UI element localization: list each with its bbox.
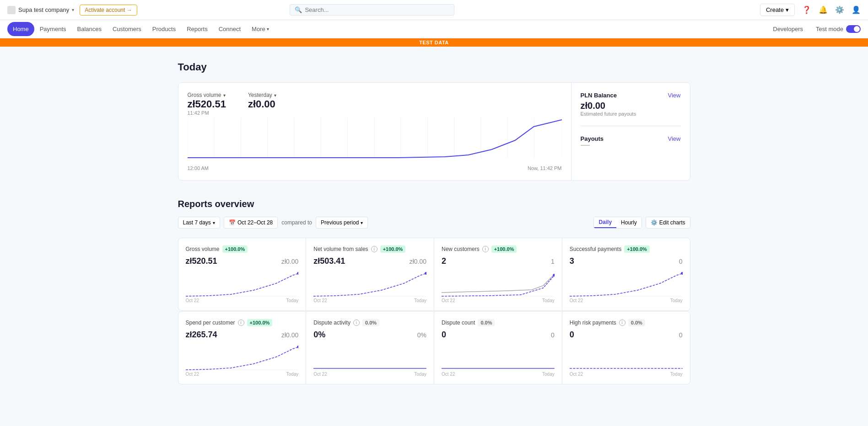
card-header: Dispute count 0.0% [442,319,555,326]
company-icon [7,6,16,14]
period-label: Oct 22–Oct 28 [237,219,273,226]
test-data-banner: TEST DATA [0,38,868,47]
period-button[interactable]: 📅 Oct 22–Oct 28 [224,217,278,229]
card-secondary-value: 0% [417,331,426,339]
pln-view-link[interactable]: View [668,92,681,99]
gross-volume-time: 11:42 PM [188,110,226,116]
info-icon: i [371,246,377,252]
previous-period-button[interactable]: Previous period ▾ [316,217,368,229]
card-title: Gross volume [186,246,220,252]
nav-developers[interactable]: Developers [767,22,809,36]
card-main-value: 3 [570,256,574,266]
card-end-date: Today [286,372,299,377]
notifications-button[interactable]: 🔔 [819,5,828,14]
toggle-switch[interactable] [846,25,861,33]
nav-connect[interactable]: Connect [213,22,246,36]
card-header: Net volume from sales i +100.0% [313,245,426,253]
nav-payments[interactable]: Payments [34,22,72,36]
card-header: High risk payments i 0.0% [570,319,683,326]
chart-start-label: 12:00 AM [188,165,209,171]
metric-card: New customers i +100.0% 2 1 Oct 22 Today [434,238,562,310]
metric-card: Net volume from sales i +100.0% zł503.41… [306,238,434,310]
chevron-down-icon: ▾ [267,27,269,32]
card-end-date: Today [414,298,426,303]
card-title: High risk payments [570,320,616,326]
card-main-value: zł520.51 [186,256,217,266]
card-title: Dispute count [442,320,475,326]
chart-end-label: Now, 11:42 PM [528,165,562,171]
card-chart [313,270,426,297]
edit-charts-button[interactable]: ⚙️ Edit charts [646,217,690,229]
card-title: Dispute activity [313,320,350,326]
nav-more[interactable]: More ▾ [246,22,275,36]
yesterday-label[interactable]: Yesterday ▾ [248,92,276,98]
metrics-grid-row1: Gross volume +100.0% zł520.51 zł0.00 Oct… [178,238,690,311]
card-start-date: Oct 22 [442,298,455,303]
metric-card: Dispute activity i 0.0% 0% 0% Oct 22 Tod… [306,312,434,384]
nav-products[interactable]: Products [147,22,181,36]
nav-balances[interactable]: Balances [72,22,107,36]
nav-home[interactable]: Home [7,22,34,36]
chevron-down-icon: ▾ [274,93,276,98]
card-start-date: Oct 22 [442,372,455,377]
card-dates: Oct 22 Today [186,372,299,377]
company-name-label: Supa test company [18,6,69,13]
date-range-button[interactable]: Last 7 days ▾ [178,217,220,229]
card-end-date: Today [670,298,683,303]
card-main-value: 0% [313,330,325,340]
nav-reports[interactable]: Reports [181,22,213,36]
metric-card: Spend per customer i +100.0% zł265.74 zł… [178,312,306,384]
create-label: Create [766,6,784,13]
card-end-date: Today [414,372,426,377]
search-input[interactable] [305,6,449,13]
card-chart [186,270,299,297]
calendar-icon: 📅 [229,219,236,226]
payouts-label: Payouts [581,135,604,142]
reports-toolbar: Last 7 days ▾ 📅 Oct 22–Oct 28 compared t… [178,217,690,229]
card-chart [186,343,299,371]
payout-divider [581,126,681,126]
payouts-view-link[interactable]: View [668,135,681,142]
account-button[interactable]: 👤 [852,5,861,14]
card-values: zł520.51 zł0.00 [186,256,299,266]
pln-balance-row: PLN Balance View [581,92,681,99]
balance-sidebar: PLN Balance View zł0.00 Estimated future… [571,83,690,180]
gross-volume-label[interactable]: Gross volume ▾ [188,92,226,98]
card-main-value: zł265.74 [186,330,217,340]
daily-button[interactable]: Daily [594,217,616,228]
gear-icon: ⚙️ [651,219,658,226]
card-start-date: Oct 22 [186,372,199,377]
card-dates: Oct 22 Today [442,372,555,377]
payouts-row: Payouts View [581,135,681,142]
hourly-button[interactable]: Hourly [616,217,642,228]
card-secondary-value: zł0.00 [281,331,298,339]
help-button[interactable]: ❓ [802,5,811,14]
reports-title: Reports overview [178,199,690,209]
card-values: 0 0 [442,330,555,340]
daily-hourly-toggle: Daily Hourly [593,217,642,229]
card-secondary-value: 0 [679,331,683,339]
card-main-value: 2 [442,256,446,266]
company-selector[interactable]: Supa test company ▾ [7,6,74,14]
card-start-date: Oct 22 [313,372,327,377]
search-icon: 🔍 [295,6,302,13]
svg-point-16 [297,272,299,275]
card-badge: +100.0% [491,245,517,253]
card-badge: 0.0% [478,319,495,326]
chevron-down-icon: ▾ [223,93,226,98]
search-bar: 🔍 [290,4,454,16]
test-mode-toggle[interactable]: Test mode [816,25,861,33]
svg-point-18 [425,272,426,275]
card-badge: 0.0% [628,319,645,326]
card-dates: Oct 22 Today [313,372,426,377]
nav-customers[interactable]: Customers [107,22,147,36]
activate-account-button[interactable]: Activate account → [80,5,137,16]
create-button[interactable]: Create ▾ [760,4,795,16]
yesterday-section: Yesterday ▾ zł0.00 [248,92,276,116]
card-end-date: Today [542,298,555,303]
edit-charts-label: Edit charts [659,219,685,226]
card-badge: +100.0% [624,245,650,253]
info-icon: i [619,320,625,326]
settings-button[interactable]: ⚙️ [835,5,844,14]
card-title: Spend per customer [186,320,235,326]
